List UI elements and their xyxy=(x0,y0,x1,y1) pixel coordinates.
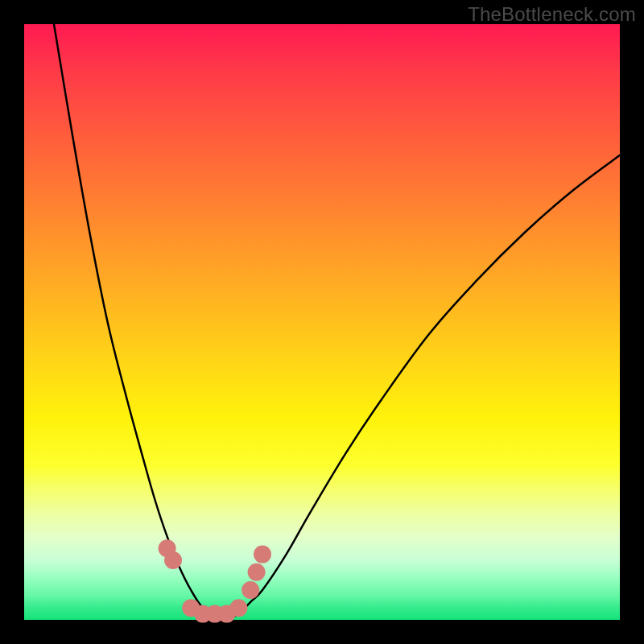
marker-point-6 xyxy=(229,599,247,617)
chart-frame: TheBottleneck.com xyxy=(0,0,644,644)
chart-plot-area xyxy=(24,24,620,620)
chart-svg xyxy=(24,24,620,620)
curve-layer xyxy=(54,24,620,620)
marker-point-7 xyxy=(242,581,259,599)
marker-point-8 xyxy=(248,564,266,581)
marker-point-9 xyxy=(254,546,271,564)
marker-point-1 xyxy=(164,551,182,569)
curve-left-branch xyxy=(54,24,227,620)
curve-right-branch xyxy=(227,155,620,620)
watermark-text: TheBottleneck.com xyxy=(468,3,636,26)
marker-layer xyxy=(159,539,271,622)
